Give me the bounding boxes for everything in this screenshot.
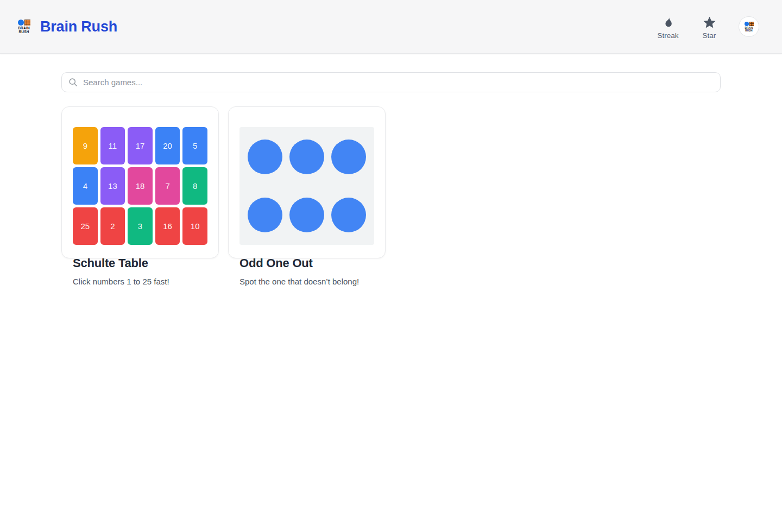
- brand-home-link[interactable]: BRAIN RUSH Brain Rush: [16, 18, 117, 35]
- game-card-list: 91117205413187825231610 Schulte Table Cl…: [61, 106, 721, 258]
- schulte-tile-17: 17: [128, 127, 153, 164]
- schulte-tile-7: 7: [155, 167, 180, 205]
- app-logo: BRAIN RUSH: [16, 20, 31, 34]
- page-title: Brain Rush: [40, 18, 117, 35]
- schulte-tile-2: 2: [100, 207, 125, 245]
- avatar[interactable]: BRAIN RUSH: [739, 16, 759, 37]
- main-content: 91117205413187825231610 Schulte Table Cl…: [61, 72, 721, 258]
- game-card-odd-one-out[interactable]: Odd One Out Spot the one that doesn’t be…: [228, 106, 386, 258]
- schulte-tile-9: 9: [73, 127, 98, 164]
- logo-wordmark: BRAIN RUSH: [18, 26, 30, 34]
- schulte-tile-10: 10: [182, 207, 207, 245]
- odd-one-out-thumbnail: [239, 127, 374, 245]
- avatar-logo: BRAIN RUSH: [743, 22, 755, 32]
- header-actions: Streak Star BRAIN RUSH: [652, 14, 759, 40]
- odd-one-out-circle-6: [331, 198, 366, 232]
- avatar-logo-wordmark: BRAIN RUSH: [745, 27, 753, 32]
- schulte-tile-13: 13: [100, 167, 125, 205]
- game-title: Odd One Out: [239, 256, 374, 270]
- streak-button[interactable]: Streak: [652, 14, 684, 40]
- avatar-logo-shapes: [745, 22, 754, 26]
- schulte-tile-11: 11: [100, 127, 125, 164]
- search-bar: [61, 72, 721, 92]
- schulte-tile-25: 25: [73, 207, 98, 245]
- schulte-grid: 91117205413187825231610: [73, 127, 207, 245]
- odd-one-out-circle-4: [248, 198, 282, 232]
- schulte-tile-18: 18: [128, 167, 153, 205]
- game-card-schulte-table[interactable]: 91117205413187825231610 Schulte Table Cl…: [61, 106, 219, 258]
- game-subtitle: Spot the one that doesn’t belong!: [239, 277, 374, 286]
- avatar-logo-grid-icon: [749, 22, 754, 26]
- odd-one-out-circle-5: [289, 198, 324, 232]
- schulte-tile-4: 4: [73, 167, 98, 205]
- star-icon: [703, 16, 716, 29]
- star-label: Star: [703, 31, 716, 40]
- game-subtitle: Click numbers 1 to 25 fast!: [73, 277, 207, 286]
- logo-brain-icon: [18, 20, 24, 26]
- schulte-tile-3: 3: [128, 207, 153, 245]
- avatar-logo-brain-icon: [745, 22, 749, 26]
- odd-one-out-circle-3: [331, 140, 366, 174]
- flame-icon: [662, 16, 674, 29]
- schulte-tile-20: 20: [155, 127, 180, 164]
- game-title: Schulte Table: [73, 256, 207, 270]
- search-icon: [68, 78, 78, 87]
- logo-shapes: [18, 20, 30, 26]
- streak-label: Streak: [657, 31, 678, 40]
- logo-grid-icon: [24, 20, 30, 26]
- odd-one-out-circle-2: [289, 140, 324, 174]
- schulte-tile-8: 8: [182, 167, 207, 205]
- schulte-tile-5: 5: [182, 127, 207, 164]
- schulte-tile-16: 16: [155, 207, 180, 245]
- app-header: BRAIN RUSH Brain Rush Streak Star: [0, 0, 782, 54]
- star-button[interactable]: Star: [693, 14, 726, 40]
- odd-one-out-circle-1: [248, 140, 282, 174]
- search-input[interactable]: [83, 78, 714, 87]
